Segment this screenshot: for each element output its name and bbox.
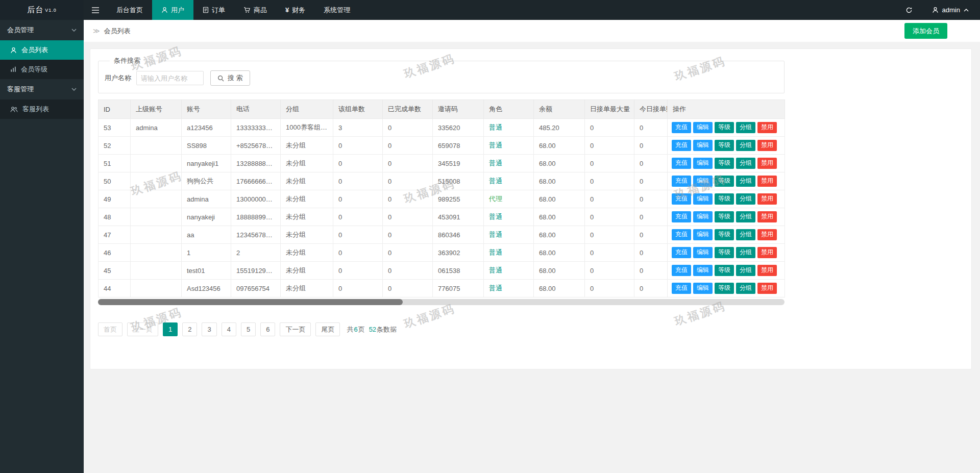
refresh-button[interactable] [897, 0, 921, 20]
app-logo: 后台 V1.0 [0, 0, 84, 20]
recharge-button[interactable]: 充值 [672, 247, 691, 258]
scrollbar-thumb[interactable] [98, 299, 403, 305]
disable-button[interactable]: 禁用 [757, 265, 777, 276]
edit-button[interactable]: 编辑 [693, 211, 713, 222]
recharge-button[interactable]: 充值 [672, 193, 691, 205]
disable-button[interactable]: 禁用 [757, 140, 777, 151]
menu-toggle-button[interactable] [84, 0, 107, 20]
edit-button[interactable]: 编辑 [693, 158, 713, 169]
level-button[interactable]: 等级 [715, 193, 734, 205]
horizontal-scrollbar[interactable] [98, 299, 785, 305]
group-button[interactable]: 分组 [736, 193, 755, 205]
level-button[interactable]: 等级 [715, 122, 734, 133]
level-button[interactable]: 等级 [715, 265, 734, 276]
disable-button[interactable]: 禁用 [757, 247, 777, 258]
page-button-3[interactable]: 3 [202, 322, 216, 336]
disable-button[interactable]: 禁用 [757, 193, 777, 205]
cell-parent_account [131, 190, 182, 208]
cell-actions: 充值编辑等级分组禁用 [668, 208, 785, 226]
cell-phone: 12345678901 [231, 226, 281, 244]
add-member-button[interactable]: 添加会员 [904, 23, 947, 39]
level-button[interactable]: 等级 [715, 140, 734, 151]
prev-page-button[interactable]: 上一页 [127, 322, 158, 336]
edit-button[interactable]: 编辑 [693, 247, 713, 258]
table-row: 44Asd123456097656754未分组00776075普通68.0000… [99, 280, 785, 297]
sidebar-item-0-0[interactable]: 会员列表 [0, 40, 84, 60]
sidebar-item-0-1[interactable]: 会员等级 [0, 60, 84, 79]
table-row: 47aa12345678901未分组00860346普通68.0000充值编辑等… [99, 226, 785, 244]
table-body: 53adminaa123456133333333331000养客组(多...30… [99, 119, 785, 297]
column-header: 分组 [281, 100, 333, 119]
sidebar-group-0[interactable]: 会员管理 [0, 20, 84, 40]
cell-balance: 68.00 [534, 172, 585, 190]
page-button-2[interactable]: 2 [182, 322, 197, 336]
group-button[interactable]: 分组 [736, 283, 755, 294]
top-tab-2[interactable]: 订单 [193, 0, 234, 20]
disable-button[interactable]: 禁用 [757, 176, 777, 187]
next-page-button[interactable]: 下一页 [280, 322, 311, 336]
disable-button[interactable]: 禁用 [757, 158, 777, 169]
top-tab-4[interactable]: ¥财务 [276, 0, 314, 20]
recharge-button[interactable]: 充值 [672, 265, 691, 276]
page-button-6[interactable]: 6 [260, 322, 275, 336]
disable-button[interactable]: 禁用 [757, 122, 777, 133]
sidebar-item-1-0[interactable]: 客服列表 [0, 99, 84, 119]
group-button[interactable]: 分组 [736, 247, 755, 258]
username-input[interactable] [136, 71, 204, 85]
edit-button[interactable]: 编辑 [693, 122, 713, 133]
group-button[interactable]: 分组 [736, 176, 755, 187]
top-tab-1[interactable]: 用户 [152, 0, 193, 20]
group-button[interactable]: 分组 [736, 229, 755, 240]
recharge-button[interactable]: 充值 [672, 229, 691, 240]
cell-parent_account [131, 208, 182, 226]
page-button-5[interactable]: 5 [241, 322, 256, 336]
user-menu[interactable]: admin [921, 0, 980, 20]
disable-button[interactable]: 禁用 [757, 211, 777, 222]
group-button[interactable]: 分组 [736, 122, 755, 133]
recharge-button[interactable]: 充值 [672, 283, 691, 294]
group-button[interactable]: 分组 [736, 158, 755, 169]
cell-today_orders: 0 [634, 226, 668, 244]
recharge-button[interactable]: 充值 [672, 211, 691, 222]
edit-button[interactable]: 编辑 [693, 140, 713, 151]
cell-parent_account [131, 172, 182, 190]
sidebar-group-1[interactable]: 客服管理 [0, 79, 84, 99]
level-button[interactable]: 等级 [715, 229, 734, 240]
top-tab-3[interactable]: 商品 [234, 0, 276, 20]
group-button[interactable]: 分组 [736, 140, 755, 151]
last-page-button[interactable]: 尾页 [315, 322, 340, 336]
level-button[interactable]: 等级 [715, 176, 734, 187]
search-legend: 条件搜索 [110, 56, 144, 65]
column-header: 日接单最大量 [585, 100, 634, 119]
page-button-4[interactable]: 4 [222, 322, 236, 336]
top-tab-0[interactable]: 后台首页 [107, 0, 152, 20]
level-button[interactable]: 等级 [715, 247, 734, 258]
level-button[interactable]: 等级 [715, 158, 734, 169]
recharge-button[interactable]: 充值 [672, 158, 691, 169]
search-button[interactable]: 搜 索 [210, 70, 250, 86]
cell-id: 44 [99, 280, 131, 297]
edit-button[interactable]: 编辑 [693, 283, 713, 294]
group-button[interactable]: 分组 [736, 211, 755, 222]
page-button-1[interactable]: 1 [163, 322, 178, 336]
edit-button[interactable]: 编辑 [693, 176, 713, 187]
level-button[interactable]: 等级 [715, 211, 734, 222]
cell-daily_max: 0 [585, 262, 634, 280]
recharge-button[interactable]: 充值 [672, 140, 691, 151]
recharge-button[interactable]: 充值 [672, 176, 691, 187]
group-button[interactable]: 分组 [736, 265, 755, 276]
column-header: ID [99, 100, 131, 119]
cell-id: 52 [99, 137, 131, 155]
search-row: 用户名称 搜 索 [105, 70, 778, 86]
edit-button[interactable]: 编辑 [693, 193, 713, 205]
first-page-button[interactable]: 首页 [98, 322, 122, 336]
recharge-button[interactable]: 充值 [672, 122, 691, 133]
disable-button[interactable]: 禁用 [757, 229, 777, 240]
top-tab-5[interactable]: 系统管理 [314, 0, 359, 20]
cell-invite_code: 453091 [433, 208, 484, 226]
cell-phone: +8525678954 [231, 137, 281, 155]
edit-button[interactable]: 编辑 [693, 229, 713, 240]
level-button[interactable]: 等级 [715, 283, 734, 294]
edit-button[interactable]: 编辑 [693, 265, 713, 276]
disable-button[interactable]: 禁用 [757, 283, 777, 294]
